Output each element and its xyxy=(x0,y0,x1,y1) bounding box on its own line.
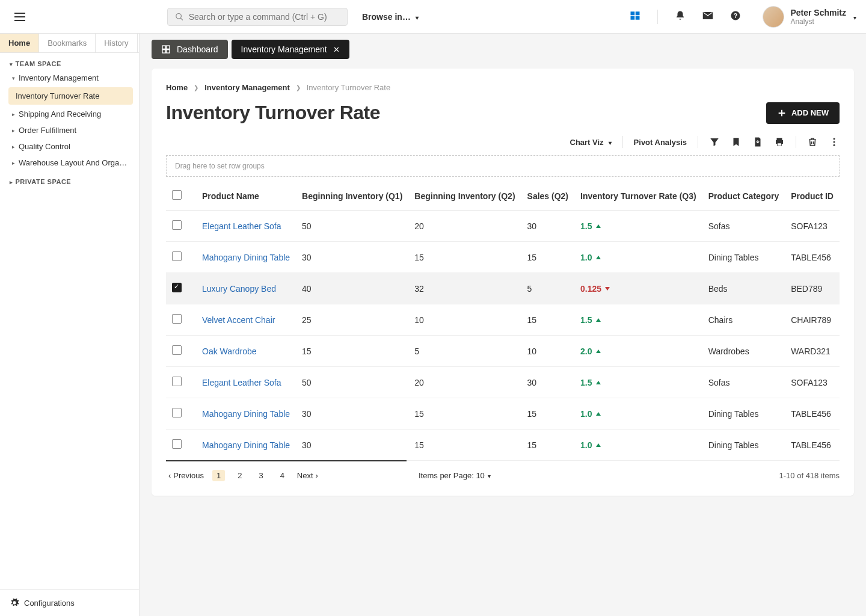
cell-product-id: TABLE456 xyxy=(785,242,840,273)
column-header[interactable]: Beginning Inventory (Q2) xyxy=(408,182,521,211)
column-header[interactable]: Sales (Q2) xyxy=(521,182,574,211)
cell-q2: 10 xyxy=(408,304,521,336)
menu-toggle[interactable] xyxy=(10,11,30,22)
row-checkbox[interactable] xyxy=(172,439,182,449)
trend-up-icon xyxy=(596,224,601,228)
select-all-checkbox[interactable] xyxy=(172,190,182,200)
pager-page[interactable]: 4 xyxy=(276,470,289,481)
breadcrumb-item[interactable]: Home xyxy=(166,83,188,92)
sidebar-tab-bookmarks[interactable]: Bookmarks xyxy=(39,34,96,52)
filter-button[interactable] xyxy=(709,137,720,147)
trend-down-icon xyxy=(605,287,610,291)
product-link[interactable]: Mahogany Dining Table xyxy=(202,253,290,262)
chart-viz-dropdown[interactable]: Chart Viz xyxy=(570,138,612,147)
windows-icon[interactable] xyxy=(630,10,640,23)
cell-q2: 20 xyxy=(408,367,521,398)
row-checkbox[interactable] xyxy=(172,345,182,355)
row-checkbox[interactable] xyxy=(172,220,182,230)
table-row[interactable]: Velvet Accent Chair2510151.5 ChairsCHAIR… xyxy=(166,304,840,336)
cell-category: Dining Tables xyxy=(702,398,785,430)
pager-previous[interactable]: ‹ Previous xyxy=(168,471,204,480)
sidebar-tab-history[interactable]: History xyxy=(96,34,137,52)
browse-dropdown[interactable]: Browse in… xyxy=(362,12,419,22)
tree-item[interactable]: Order Fulfillment xyxy=(2,122,139,138)
close-icon[interactable]: ✕ xyxy=(333,45,340,54)
sidebar: Home Bookmarks History ▾TEAM SPACE Inven… xyxy=(0,34,140,508)
separator xyxy=(698,136,698,148)
data-table: Product NameBeginning Inventory (Q1)Begi… xyxy=(166,182,840,461)
product-link[interactable]: Elegant Leather Sofa xyxy=(202,378,281,387)
user-text: Peter Schmitz Analyst xyxy=(790,8,846,26)
export-button[interactable] xyxy=(752,137,763,147)
row-checkbox[interactable] xyxy=(172,283,182,292)
main-tab[interactable]: Dashboard xyxy=(152,40,228,59)
pagination-count: 1-10 of 418 items xyxy=(779,463,840,480)
product-link[interactable]: Mahogany Dining Table xyxy=(202,440,290,450)
table-row[interactable]: Mahogany Dining Table3015151.0 Dining Ta… xyxy=(166,430,840,461)
tree-child[interactable]: Inventory Turnover Rate xyxy=(8,87,133,105)
row-group-dropzone[interactable]: Drag here to set row groups xyxy=(166,155,840,177)
table-row[interactable]: Luxury Canopy Bed403250.125 BedsBED789 xyxy=(166,273,840,304)
column-header[interactable]: Product ID xyxy=(785,182,840,211)
pivot-analysis-button[interactable]: Pivot Analysis xyxy=(634,138,687,147)
table-row[interactable]: Elegant Leather Sofa5020301.5 SofasSOFA1… xyxy=(166,211,840,242)
tree-item[interactable]: Shipping And Receiving xyxy=(2,106,139,122)
user-menu[interactable]: Peter Schmitz Analyst xyxy=(763,6,856,28)
cell-product-id: CHAIR789 xyxy=(785,304,840,336)
product-link[interactable]: Mahogany Dining Table xyxy=(202,409,290,419)
pager-next[interactable]: Next › xyxy=(297,471,318,480)
pager-page[interactable]: 1 xyxy=(212,470,225,481)
help-icon[interactable]: ? xyxy=(730,10,741,23)
breadcrumb-item[interactable]: Inventory Management xyxy=(204,83,290,92)
search-box[interactable] xyxy=(167,8,348,26)
search-input[interactable] xyxy=(189,12,340,22)
table-row[interactable]: Mahogany Dining Table3015151.0 Dining Ta… xyxy=(166,242,840,273)
sidebar-tab-home[interactable]: Home xyxy=(0,34,39,52)
column-header[interactable]: Beginning Inventory (Q1) xyxy=(296,182,408,211)
product-link[interactable]: Luxury Canopy Bed xyxy=(202,284,276,294)
filter-icon xyxy=(709,137,720,147)
product-link[interactable]: Elegant Leather Sofa xyxy=(202,221,281,231)
section-team-space[interactable]: ▾TEAM SPACE xyxy=(0,53,139,70)
svg-point-0 xyxy=(176,13,182,19)
table-row[interactable]: Oak Wardrobe155102.0 WardrobesWARD321 xyxy=(166,336,840,367)
bookmark-button[interactable] xyxy=(731,137,742,147)
cell-product-id: SOFA123 xyxy=(785,367,840,398)
items-per-page-dropdown[interactable]: Items per Page: 10 xyxy=(419,463,491,480)
more-button[interactable] xyxy=(829,137,840,147)
table-row[interactable]: Elegant Leather Sofa5020301.5 SofasSOFA1… xyxy=(166,367,840,398)
cell-category: Sofas xyxy=(702,367,785,398)
tree-item[interactable]: Warehouse Layout And Orga… xyxy=(2,155,139,171)
cell-rate: 2.0 xyxy=(580,346,696,356)
svg-rect-15 xyxy=(778,143,781,146)
svg-point-17 xyxy=(834,141,835,143)
row-checkbox[interactable] xyxy=(172,314,182,324)
cell-product-id: TABLE456 xyxy=(785,398,840,430)
row-checkbox[interactable] xyxy=(172,408,182,417)
row-checkbox[interactable] xyxy=(172,251,182,261)
trend-up-icon xyxy=(596,443,601,447)
mail-icon[interactable] xyxy=(702,10,713,23)
main-tab[interactable]: Inventory Management✕ xyxy=(232,40,349,59)
section-private-space[interactable]: ▸PRIVATE SPACE xyxy=(0,171,139,188)
bell-icon[interactable] xyxy=(675,10,686,23)
cell-sales: 15 xyxy=(521,242,574,273)
cell-category: Dining Tables xyxy=(702,430,785,461)
tree-item[interactable]: Quality Control xyxy=(2,138,139,155)
product-link[interactable]: Oak Wardrobe xyxy=(202,346,257,356)
cell-q1: 15 xyxy=(296,336,408,367)
cell-sales: 10 xyxy=(521,336,574,367)
pager-page[interactable]: 2 xyxy=(233,470,246,481)
column-header[interactable]: Product Name xyxy=(196,182,296,211)
topbar-icons: ? Peter Schmitz Analyst xyxy=(630,6,856,28)
column-header[interactable]: Inventory Turnover Rate (Q3) xyxy=(574,182,702,211)
tree-item[interactable]: Inventory Management xyxy=(2,70,139,86)
delete-button[interactable] xyxy=(807,137,818,147)
row-checkbox[interactable] xyxy=(172,377,182,386)
print-button[interactable] xyxy=(774,137,785,147)
pager-page[interactable]: 3 xyxy=(254,470,267,481)
product-link[interactable]: Velvet Accent Chair xyxy=(202,315,275,325)
table-row[interactable]: Mahogany Dining Table3015151.0 Dining Ta… xyxy=(166,398,840,430)
column-header[interactable]: Product Category xyxy=(702,182,785,211)
add-new-button[interactable]: ADD NEW xyxy=(766,102,840,124)
